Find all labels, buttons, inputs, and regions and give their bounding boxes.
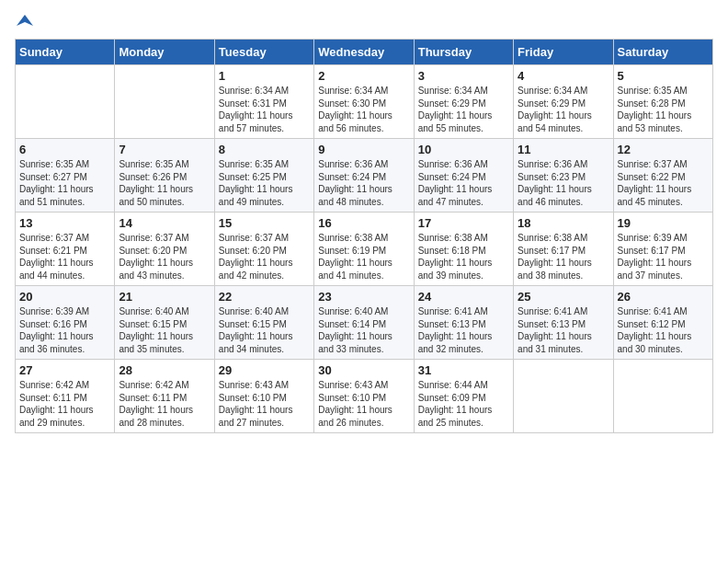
day-info: Sunrise: 6:34 AM Sunset: 6:29 PM Dayligh… [518, 85, 609, 134]
calendar-week-row: 27Sunrise: 6:42 AM Sunset: 6:11 PM Dayli… [16, 360, 713, 433]
day-number: 22 [219, 290, 310, 304]
calendar-cell: 21Sunrise: 6:40 AM Sunset: 6:15 PM Dayli… [115, 286, 214, 360]
calendar-cell: 11Sunrise: 6:36 AM Sunset: 6:23 PM Dayli… [514, 139, 613, 213]
day-info: Sunrise: 6:36 AM Sunset: 6:23 PM Dayligh… [518, 158, 609, 208]
calendar-cell: 16Sunrise: 6:38 AM Sunset: 6:19 PM Dayli… [314, 213, 414, 286]
day-number: 26 [618, 290, 709, 304]
day-number: 3 [418, 69, 509, 83]
calendar-cell: 31Sunrise: 6:44 AM Sunset: 6:09 PM Dayli… [414, 360, 513, 433]
calendar-cell: 8Sunrise: 6:35 AM Sunset: 6:25 PM Daylig… [214, 139, 313, 213]
calendar-week-row: 20Sunrise: 6:39 AM Sunset: 6:16 PM Dayli… [16, 286, 713, 360]
day-number: 2 [318, 69, 409, 83]
day-of-week-header: Sunday [16, 40, 115, 65]
day-info: Sunrise: 6:37 AM Sunset: 6:21 PM Dayligh… [19, 232, 110, 282]
calendar-week-row: 13Sunrise: 6:37 AM Sunset: 6:21 PM Dayli… [16, 213, 713, 286]
day-of-week-header: Monday [115, 40, 214, 65]
day-info: Sunrise: 6:38 AM Sunset: 6:18 PM Dayligh… [418, 232, 509, 282]
day-info: Sunrise: 6:42 AM Sunset: 6:11 PM Dayligh… [119, 379, 210, 429]
day-number: 17 [418, 216, 509, 230]
calendar-cell: 25Sunrise: 6:41 AM Sunset: 6:13 PM Dayli… [514, 286, 613, 360]
day-number: 5 [618, 69, 709, 83]
day-number: 14 [119, 216, 210, 230]
calendar-cell: 3Sunrise: 6:34 AM Sunset: 6:29 PM Daylig… [414, 65, 513, 139]
day-info: Sunrise: 6:34 AM Sunset: 6:29 PM Dayligh… [418, 85, 509, 134]
calendar-cell: 26Sunrise: 6:41 AM Sunset: 6:12 PM Dayli… [613, 286, 712, 360]
day-number: 20 [19, 290, 110, 304]
page-header [15, 15, 713, 29]
day-info: Sunrise: 6:35 AM Sunset: 6:28 PM Dayligh… [618, 85, 709, 134]
day-number: 27 [19, 363, 110, 377]
day-info: Sunrise: 6:38 AM Sunset: 6:19 PM Dayligh… [318, 232, 409, 282]
calendar-cell: 28Sunrise: 6:42 AM Sunset: 6:11 PM Dayli… [115, 360, 214, 433]
logo [15, 15, 33, 29]
day-info: Sunrise: 6:35 AM Sunset: 6:26 PM Dayligh… [119, 158, 210, 208]
day-info: Sunrise: 6:37 AM Sunset: 6:22 PM Dayligh… [618, 158, 709, 208]
day-of-week-header: Tuesday [214, 40, 313, 65]
day-number: 13 [19, 216, 110, 230]
day-info: Sunrise: 6:34 AM Sunset: 6:30 PM Dayligh… [318, 85, 409, 134]
day-info: Sunrise: 6:34 AM Sunset: 6:31 PM Dayligh… [219, 85, 310, 134]
calendar-week-row: 6Sunrise: 6:35 AM Sunset: 6:27 PM Daylig… [16, 139, 713, 213]
calendar-cell: 2Sunrise: 6:34 AM Sunset: 6:30 PM Daylig… [314, 65, 414, 139]
calendar-week-row: 1Sunrise: 6:34 AM Sunset: 6:31 PM Daylig… [16, 65, 713, 139]
day-number: 24 [418, 290, 509, 304]
calendar-cell: 30Sunrise: 6:43 AM Sunset: 6:10 PM Dayli… [314, 360, 414, 433]
day-info: Sunrise: 6:36 AM Sunset: 6:24 PM Dayligh… [318, 158, 409, 208]
calendar-cell: 13Sunrise: 6:37 AM Sunset: 6:21 PM Dayli… [16, 213, 115, 286]
day-info: Sunrise: 6:35 AM Sunset: 6:27 PM Dayligh… [19, 158, 110, 208]
day-number: 1 [219, 69, 310, 83]
calendar-cell: 22Sunrise: 6:40 AM Sunset: 6:15 PM Dayli… [214, 286, 313, 360]
day-number: 12 [618, 143, 709, 156]
day-number: 10 [418, 143, 509, 156]
calendar-table: SundayMondayTuesdayWednesdayThursdayFrid… [15, 39, 713, 433]
day-number: 30 [318, 363, 409, 377]
days-of-week-row: SundayMondayTuesdayWednesdayThursdayFrid… [16, 40, 713, 65]
day-number: 18 [518, 216, 609, 230]
calendar-cell [115, 65, 214, 139]
calendar-cell [613, 360, 712, 433]
calendar-cell: 14Sunrise: 6:37 AM Sunset: 6:20 PM Dayli… [115, 213, 214, 286]
calendar-cell: 10Sunrise: 6:36 AM Sunset: 6:24 PM Dayli… [414, 139, 513, 213]
day-info: Sunrise: 6:36 AM Sunset: 6:24 PM Dayligh… [418, 158, 509, 208]
day-number: 21 [119, 290, 210, 304]
day-of-week-header: Friday [514, 40, 613, 65]
day-number: 15 [219, 216, 310, 230]
logo-bird-icon [17, 13, 33, 29]
calendar-cell: 1Sunrise: 6:34 AM Sunset: 6:31 PM Daylig… [214, 65, 313, 139]
day-of-week-header: Saturday [613, 40, 712, 65]
day-info: Sunrise: 6:39 AM Sunset: 6:17 PM Dayligh… [618, 232, 709, 282]
day-number: 31 [418, 363, 509, 377]
calendar-cell: 12Sunrise: 6:37 AM Sunset: 6:22 PM Dayli… [613, 139, 712, 213]
day-number: 9 [318, 143, 409, 156]
day-info: Sunrise: 6:42 AM Sunset: 6:11 PM Dayligh… [19, 379, 110, 429]
day-number: 19 [618, 216, 709, 230]
calendar-body: 1Sunrise: 6:34 AM Sunset: 6:31 PM Daylig… [16, 65, 713, 433]
day-info: Sunrise: 6:41 AM Sunset: 6:13 PM Dayligh… [518, 305, 609, 355]
day-number: 6 [19, 143, 110, 156]
day-number: 4 [518, 69, 609, 83]
svg-marker-0 [17, 15, 33, 26]
day-number: 16 [318, 216, 409, 230]
calendar-cell: 20Sunrise: 6:39 AM Sunset: 6:16 PM Dayli… [16, 286, 115, 360]
day-info: Sunrise: 6:37 AM Sunset: 6:20 PM Dayligh… [119, 232, 210, 282]
day-info: Sunrise: 6:37 AM Sunset: 6:20 PM Dayligh… [219, 232, 310, 282]
calendar-cell: 5Sunrise: 6:35 AM Sunset: 6:28 PM Daylig… [613, 65, 712, 139]
day-number: 28 [119, 363, 210, 377]
day-number: 7 [119, 143, 210, 156]
day-info: Sunrise: 6:43 AM Sunset: 6:10 PM Dayligh… [318, 379, 409, 429]
calendar-cell: 23Sunrise: 6:40 AM Sunset: 6:14 PM Dayli… [314, 286, 414, 360]
calendar-cell: 29Sunrise: 6:43 AM Sunset: 6:10 PM Dayli… [214, 360, 313, 433]
day-number: 8 [219, 143, 310, 156]
calendar-cell: 19Sunrise: 6:39 AM Sunset: 6:17 PM Dayli… [613, 213, 712, 286]
calendar-cell: 17Sunrise: 6:38 AM Sunset: 6:18 PM Dayli… [414, 213, 513, 286]
day-number: 11 [518, 143, 609, 156]
day-info: Sunrise: 6:40 AM Sunset: 6:15 PM Dayligh… [119, 305, 210, 355]
calendar-cell [514, 360, 613, 433]
day-info: Sunrise: 6:43 AM Sunset: 6:10 PM Dayligh… [219, 379, 310, 429]
day-number: 29 [219, 363, 310, 377]
day-info: Sunrise: 6:40 AM Sunset: 6:15 PM Dayligh… [219, 305, 310, 355]
day-info: Sunrise: 6:38 AM Sunset: 6:17 PM Dayligh… [518, 232, 609, 282]
calendar-cell: 9Sunrise: 6:36 AM Sunset: 6:24 PM Daylig… [314, 139, 414, 213]
day-of-week-header: Thursday [414, 40, 513, 65]
calendar-cell [16, 65, 115, 139]
